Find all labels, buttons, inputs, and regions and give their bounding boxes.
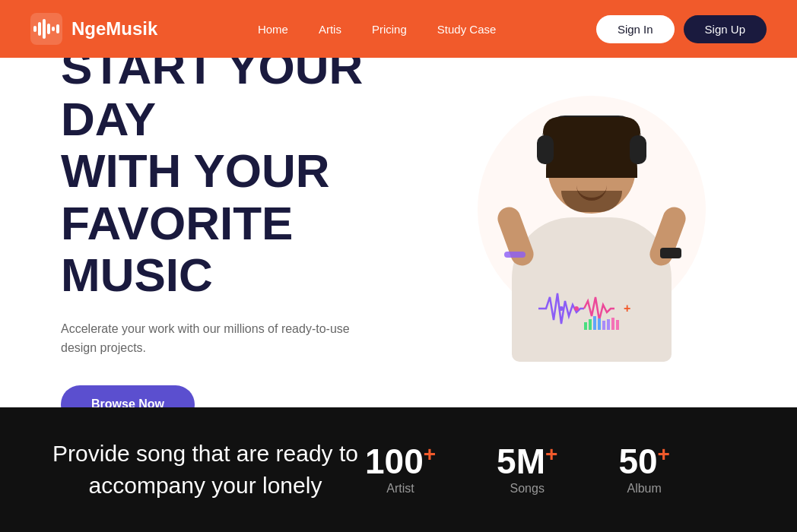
hero-title-line3: FAVORITE MUSIC [61,197,293,301]
stats-tagline: Provide song that are ready to accompany… [46,438,365,502]
svg-rect-9 [593,316,596,330]
logo-icon [30,13,62,45]
hero-subtitle: Accelerate your work with our millions o… [61,319,350,358]
stat-album-number: 50+ [618,444,670,479]
stat-artist-number: 100+ [365,444,436,479]
hero-title-line1: START YOUR DAY [61,58,363,145]
svg-point-16 [559,306,564,311]
stat-songs-label: Songs [497,482,557,496]
signin-button[interactable]: Sign In [596,15,675,43]
svg-rect-13 [611,318,614,330]
svg-rect-1 [33,26,37,32]
svg-rect-8 [589,319,592,330]
svg-rect-14 [616,320,619,330]
logo-text: NgeMusik [71,18,157,40]
svg-rect-5 [52,27,55,31]
nav-links: Home Artis Pricing Study Case [258,23,496,36]
svg-rect-7 [584,322,587,330]
nav-home[interactable]: Home [258,23,288,36]
svg-rect-6 [56,24,59,33]
svg-text:+: + [624,302,630,315]
browse-now-button[interactable]: Browse Now [61,385,195,407]
svg-rect-10 [598,318,601,330]
nav-study-case[interactable]: Study Case [437,23,497,36]
svg-rect-11 [602,321,605,330]
stat-songs: 5M+ Songs [497,444,557,496]
auth-buttons: Sign In Sign Up [596,15,767,43]
svg-rect-4 [47,24,50,34]
svg-rect-2 [38,22,41,36]
hero-section: START YOUR DAY WITH YOUR FAVORITE MUSIC … [0,58,797,407]
logo-area: NgeMusik [30,13,157,45]
hero-image: + [447,81,736,385]
nav-artis[interactable]: Artis [319,23,341,36]
hero-title: START YOUR DAY WITH YOUR FAVORITE MUSIC [61,58,447,301]
stat-songs-number: 5M+ [497,444,557,479]
stat-album: 50+ Album [618,444,670,496]
hero-content: START YOUR DAY WITH YOUR FAVORITE MUSIC … [61,58,447,407]
stat-artist-label: Artist [365,482,436,496]
stats-section: Provide song that are ready to accompany… [0,407,797,532]
navbar: NgeMusik Home Artis Pricing Study Case S… [0,0,797,58]
stat-album-label: Album [618,482,670,496]
stats-numbers: 100+ Artist 5M+ Songs 50+ Album [365,444,670,496]
stat-artist: 100+ Artist [365,444,436,496]
stats-tagline-text: Provide song that are ready to accompany… [52,441,358,498]
hero-title-line2: WITH YOUR [61,144,330,197]
nav-pricing[interactable]: Pricing [372,23,407,36]
signup-button[interactable]: Sign Up [684,15,767,43]
person-illustration: + [470,88,713,377]
svg-rect-12 [607,319,610,330]
svg-point-17 [574,306,579,311]
svg-rect-3 [43,19,46,39]
